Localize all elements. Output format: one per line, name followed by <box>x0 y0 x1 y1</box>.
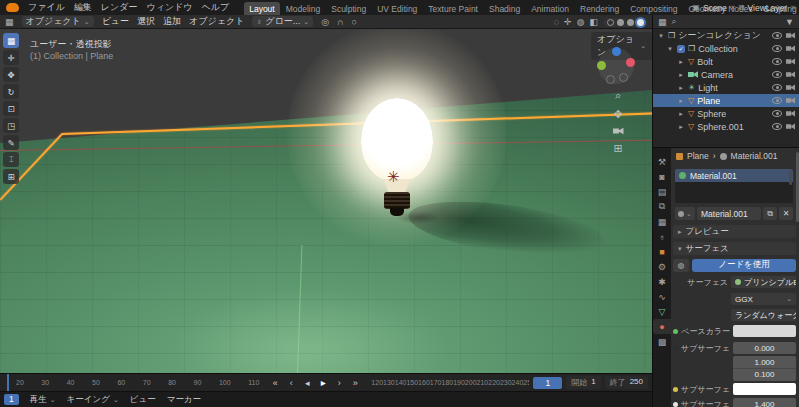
snap-magnet-icon[interactable]: ∩ <box>337 17 343 27</box>
tab-world[interactable]: ♁ <box>653 229 671 244</box>
search-icon[interactable]: ⌕ <box>672 16 677 27</box>
outliner-editor-icon[interactable]: ▦ <box>658 17 667 27</box>
shading-material-icon[interactable] <box>627 19 634 26</box>
menu-window[interactable]: ウィンドウ <box>146 1 192 14</box>
workspace-tab-sculpting[interactable]: Sculpting <box>326 2 371 15</box>
unlink-material-button[interactable]: ✕ <box>779 207 793 220</box>
workspace-tab-animation[interactable]: Animation <box>526 2 574 15</box>
breadcrumb-material[interactable]: Material.001 <box>731 151 778 161</box>
jump-to-start-button[interactable]: « <box>269 378 281 388</box>
tab-particles[interactable]: ✱ <box>653 274 671 289</box>
workspace-tab-texture-paint[interactable]: Texture Paint <box>423 2 483 15</box>
tab-scene[interactable]: ▦ <box>653 214 671 229</box>
render-visibility-icon[interactable] <box>786 71 795 78</box>
collection-checkbox[interactable]: ✓ <box>677 45 685 53</box>
editor-type-icon[interactable]: ▦ <box>5 17 14 27</box>
outliner-row-collection[interactable]: ▾ ✓ ❒ Collection <box>653 42 799 55</box>
play-button[interactable]: ▸ <box>317 377 329 388</box>
menu-render[interactable]: レンダー <box>101 1 138 14</box>
workspace-tab-rendering[interactable]: Rendering <box>575 2 624 15</box>
jump-to-end-button[interactable]: » <box>349 378 361 388</box>
expand-icon[interactable]: ▾ <box>666 45 674 53</box>
tab-object[interactable]: ■ <box>653 244 671 259</box>
timeline-ruler[interactable]: 2030 4050 6070 8090 100110 « ‹ ◂ ▸ › » 1… <box>0 373 652 391</box>
zoom-icon[interactable]: ⌕ <box>615 89 621 101</box>
x-axis-dot[interactable] <box>626 58 635 67</box>
tab-material[interactable]: ● <box>653 319 671 334</box>
workspace-tab-compositing[interactable]: Compositing <box>625 2 682 15</box>
surface-panel-header[interactable]: ▾ サーフェス <box>673 242 796 255</box>
subsurface-ior-field[interactable]: 1.400 <box>733 398 796 407</box>
outliner-row-bolt[interactable]: ▸ ▽ Bolt <box>653 55 799 68</box>
new-material-button[interactable]: ⧉ <box>763 207 777 220</box>
next-keyframe-button[interactable]: › <box>333 378 345 388</box>
viewport-3d[interactable]: ✳ ユーザー・透視投影 (1) Collection | Plane オプション… <box>0 29 652 373</box>
pan-icon[interactable]: ✥ <box>613 108 622 120</box>
eye-icon[interactable] <box>772 123 782 130</box>
camera-view-icon[interactable] <box>613 127 624 135</box>
y-axis-dot[interactable] <box>597 61 606 70</box>
add-primitive-tool[interactable]: ⊞ <box>3 169 19 184</box>
render-visibility-icon[interactable] <box>786 97 795 104</box>
render-visibility-icon[interactable] <box>786 84 795 91</box>
preview-panel-header[interactable]: ▸ プレビュー <box>673 225 796 238</box>
subsurface-value-field[interactable]: 0.000 <box>733 342 796 354</box>
navigation-gizmo[interactable] <box>598 48 634 84</box>
playhead-line[interactable] <box>7 374 9 392</box>
tab-physics[interactable]: ∿ <box>653 289 671 304</box>
measure-tool[interactable]: ⌶ <box>3 152 19 167</box>
menu-object[interactable]: オブジェクト <box>189 15 244 28</box>
workspace-tab-uv-editing[interactable]: UV Editing <box>372 2 422 15</box>
shading-solid-icon[interactable] <box>617 19 624 26</box>
prev-keyframe-button[interactable]: ‹ <box>285 378 297 388</box>
eye-icon[interactable] <box>772 110 782 117</box>
tab-view-layer[interactable]: ⧉ <box>653 199 671 214</box>
eye-icon[interactable] <box>772 97 782 104</box>
filter-icon[interactable]: ▼ <box>785 17 794 27</box>
z-axis-dot[interactable] <box>612 47 621 56</box>
outliner-row-scene-collection[interactable]: ▾ ❒ シーンコレクション <box>653 29 799 42</box>
menu-help[interactable]: ヘルプ <box>202 1 230 14</box>
transform-tool[interactable]: ◳ <box>3 118 19 133</box>
select-box-tool[interactable]: ▦ <box>3 33 19 48</box>
eye-icon[interactable] <box>772 58 782 65</box>
menu-edit[interactable]: 編集 <box>74 1 92 14</box>
menu-marker[interactable]: マーカー <box>167 394 201 406</box>
pivot-point-icon[interactable]: ◎ <box>321 17 329 27</box>
annotate-tool[interactable]: ✎ <box>3 135 19 150</box>
menu-timeline-view[interactable]: ビュー <box>130 394 156 406</box>
outliner-row-light[interactable]: ▸ ☀ Light <box>653 81 799 94</box>
view-layer-unlink-icon[interactable]: ✕ <box>790 4 796 12</box>
eye-icon[interactable] <box>772 32 782 39</box>
rotate-tool[interactable]: ↻ <box>3 84 19 99</box>
render-visibility-icon[interactable] <box>786 123 795 130</box>
blender-logo-icon[interactable] <box>6 3 19 12</box>
orientation-dropdown[interactable]: ♁ グロー... ⌄ <box>252 16 313 27</box>
tab-modifiers[interactable]: ⚙ <box>653 259 671 274</box>
frame-start-field[interactable]: 開始 1 <box>566 376 600 389</box>
eye-icon[interactable] <box>772 71 782 78</box>
collapse-icon[interactable]: ▸ <box>677 110 685 118</box>
scene-unlink-icon[interactable]: ✕ <box>730 4 736 12</box>
workspace-tab-shading[interactable]: Shading <box>484 2 525 15</box>
subsurface-color-swatch[interactable] <box>733 383 796 395</box>
outliner-row-sphere-001[interactable]: ▸ ▽ Sphere.001 <box>653 120 799 133</box>
move-tool[interactable]: ✥ <box>3 67 19 82</box>
render-visibility-icon[interactable] <box>786 110 795 117</box>
frame-end-field[interactable]: 終了 250 <box>605 376 648 389</box>
eye-icon[interactable] <box>772 84 782 91</box>
radius-value-field-2[interactable]: 0.100 <box>733 368 796 381</box>
gizmos-icon[interactable]: ✛ <box>564 17 572 27</box>
tab-output[interactable]: ▤ <box>653 184 671 199</box>
play-reverse-button[interactable]: ◂ <box>301 378 313 388</box>
current-frame-field[interactable]: 1 <box>533 377 562 389</box>
collapse-icon[interactable]: ▸ <box>677 123 685 131</box>
radius-value-field-1[interactable]: 1.000 <box>733 356 796 368</box>
object-visibility-icon[interactable]: ◌ <box>554 17 559 27</box>
subsurface-method-dropdown[interactable]: ランダムウォーク... ⌄ <box>731 309 796 321</box>
render-visibility-icon[interactable] <box>786 32 795 39</box>
view-layer-name[interactable]: ViewLayer <box>748 3 788 13</box>
proportional-edit-icon[interactable]: ○ <box>351 17 356 27</box>
collapse-icon[interactable]: ▸ <box>677 97 685 105</box>
shading-rendered-icon[interactable] <box>637 19 644 26</box>
